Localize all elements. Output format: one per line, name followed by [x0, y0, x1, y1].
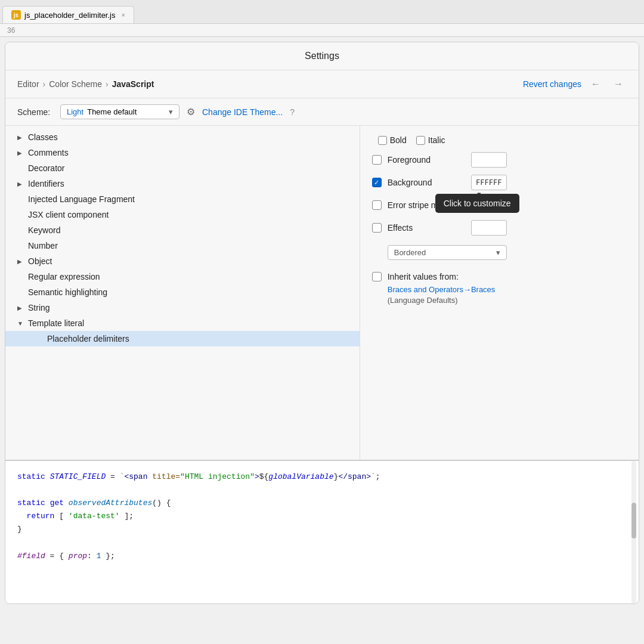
foreground-checkbox[interactable]: [372, 155, 382, 165]
tree-arrow-object: ▶: [17, 258, 26, 265]
tree-arrow-identifiers: ▶: [17, 181, 26, 187]
breadcrumb: Editor › Color Scheme › JavaScript: [17, 79, 154, 89]
scheme-rest-text: Theme default: [87, 107, 137, 116]
effects-style-dropdown[interactable]: Bordered ▾: [388, 245, 507, 260]
code-parens: () {: [152, 499, 171, 507]
inherit-label: Inherit values from:: [388, 272, 459, 281]
tree-item-placeholder-delimiters[interactable]: ▶ Placeholder delimiters: [5, 331, 360, 346]
inherit-checkbox[interactable]: [372, 272, 382, 281]
scheme-light-text: Light: [67, 107, 83, 116]
tab-close-button[interactable]: ×: [121, 11, 125, 18]
tree-label-template-literal: Template literal: [28, 318, 84, 328]
code-keyword-return: return: [27, 512, 55, 521]
revert-changes-button[interactable]: Revert changes: [523, 79, 581, 89]
code-line-3: static get observedAttributes() {: [17, 497, 627, 510]
tree-item-jsx[interactable]: ▶ JSX client component: [5, 207, 360, 222]
code-observed-attrs: observedAttributes: [69, 499, 152, 507]
tree-item-template-literal[interactable]: ▼ Template literal: [5, 315, 360, 331]
tree-label-decorator: Decorator: [28, 163, 64, 173]
tree-arrow-classes: ▶: [17, 134, 26, 141]
tree-item-classes[interactable]: ▶ Classes: [5, 129, 360, 145]
bold-checkbox[interactable]: [378, 136, 387, 145]
code-span-open: <span: [124, 472, 147, 481]
italic-checkbox[interactable]: [416, 136, 425, 145]
tree-item-semantic[interactable]: ▶ Semantic highlighting: [5, 284, 360, 300]
tree-arrow-string: ▶: [17, 305, 26, 311]
nav-forward-button[interactable]: →: [610, 78, 627, 91]
code-line-6: [17, 536, 627, 549]
help-icon[interactable]: ?: [290, 107, 295, 117]
inherit-links: Braces and Operators→Braces (Language De…: [388, 284, 627, 305]
code-scrollbar[interactable]: [631, 461, 636, 603]
effects-row: Effects: [372, 220, 627, 236]
props-panel: Bold Italic Foreground Background: [360, 126, 639, 460]
code-line-2: [17, 484, 627, 497]
breadcrumb-editor[interactable]: Editor: [17, 79, 39, 89]
tree-arrow-comments: ▶: [17, 150, 26, 156]
settings-body: ▶ Classes ▶ Comments ▶ Decorator ▶ Ident…: [5, 126, 639, 460]
breadcrumb-sep1: ›: [43, 79, 46, 89]
code-prop-name: prop: [69, 552, 87, 561]
tree-item-identifiers[interactable]: ▶ Identifiers: [5, 176, 360, 191]
inherit-sub-label: (Language Defaults): [388, 296, 458, 305]
foreground-label: Foreground: [388, 155, 465, 165]
foreground-color-swatch[interactable]: [471, 152, 507, 168]
background-row: Background FFFFFF Click to customize ↖: [372, 175, 627, 190]
tree-arrow-template-literal: ▼: [17, 320, 26, 327]
tree-item-regex[interactable]: ▶ Regular expression: [5, 269, 360, 284]
tree-label-number: Number: [28, 241, 58, 250]
tree-item-object[interactable]: ▶ Object: [5, 253, 360, 269]
tree-item-decorator[interactable]: ▶ Decorator: [5, 160, 360, 176]
bold-label: Bold: [390, 135, 407, 145]
tree-label-keyword: Keyword: [28, 225, 60, 235]
effects-dropdown-arrow-icon: ▾: [496, 248, 500, 257]
tree-label-classes: Classes: [28, 132, 58, 142]
error-stripe-color-swatch[interactable]: [471, 197, 507, 213]
tree-item-number[interactable]: ▶ Number: [5, 238, 360, 253]
scheme-gear-icon[interactable]: ⚙: [187, 106, 195, 117]
scheme-select-dropdown[interactable]: Light Theme default ▾: [60, 104, 179, 119]
code-scrollbar-thumb[interactable]: [631, 503, 636, 538]
bold-option[interactable]: Bold: [378, 135, 407, 145]
code-attr-title: title=: [152, 472, 180, 481]
nav-back-button[interactable]: ←: [587, 78, 604, 91]
scheme-row: Scheme: Light Theme default ▾ ⚙ Change I…: [5, 98, 639, 126]
background-color-swatch[interactable]: FFFFFF: [471, 175, 507, 190]
tab-bar: js js_placeholder_delimiter.js ×: [0, 0, 644, 24]
tree-label-semantic: Semantic highlighting: [28, 287, 107, 297]
change-theme-button[interactable]: Change IDE Theme...: [202, 107, 283, 117]
tree-item-string[interactable]: ▶ String: [5, 300, 360, 315]
inherit-link-braces[interactable]: Braces and Operators→Braces: [388, 285, 496, 294]
code-line-7: #field = { prop: 1 };: [17, 550, 627, 563]
tree-item-keyword[interactable]: ▶ Keyword: [5, 222, 360, 238]
tab-filename: js_placeholder_delimiter.js: [24, 11, 115, 20]
code-attr-val: "HTML injection": [180, 472, 255, 481]
tree-item-comments[interactable]: ▶ Comments: [5, 145, 360, 160]
code-closing-brace: }: [17, 525, 22, 534]
tree-item-injected[interactable]: ▶ Injected Language Fragment: [5, 191, 360, 207]
breadcrumb-color-scheme[interactable]: Color Scheme: [49, 79, 102, 89]
tree-label-comments: Comments: [28, 148, 69, 157]
code-span-gt: >: [255, 472, 259, 481]
code-eq2: = {: [45, 552, 69, 561]
tree-label-string: String: [28, 303, 50, 312]
code-bracket-r: ];: [120, 512, 134, 521]
italic-option[interactable]: Italic: [416, 135, 445, 145]
error-stripe-label: Error stripe mark: [388, 200, 465, 210]
effects-checkbox[interactable]: [372, 223, 382, 233]
background-swatch-container: FFFFFF Click to customize ↖: [471, 175, 507, 190]
background-label: Background: [388, 178, 465, 187]
code-field-prop: #field: [17, 552, 45, 561]
error-stripe-checkbox[interactable]: [372, 200, 382, 210]
effects-dropdown-label: Bordered: [394, 248, 496, 257]
code-keyword-get: get: [50, 499, 64, 507]
tree-label-placeholder-delimiters: Placeholder delimiters: [47, 334, 129, 343]
code-line-5: }: [17, 523, 627, 536]
code-semi1: ;: [376, 472, 380, 481]
effects-color-swatch[interactable]: [471, 220, 507, 236]
code-keyword-static2: static: [17, 499, 45, 507]
editor-tab[interactable]: js js_placeholder_delimiter.js ×: [2, 6, 134, 23]
code-line-4: return [ 'data-test' ];: [17, 510, 627, 523]
background-checkbox[interactable]: [372, 178, 382, 187]
scheme-chevron-icon: ▾: [169, 107, 173, 116]
